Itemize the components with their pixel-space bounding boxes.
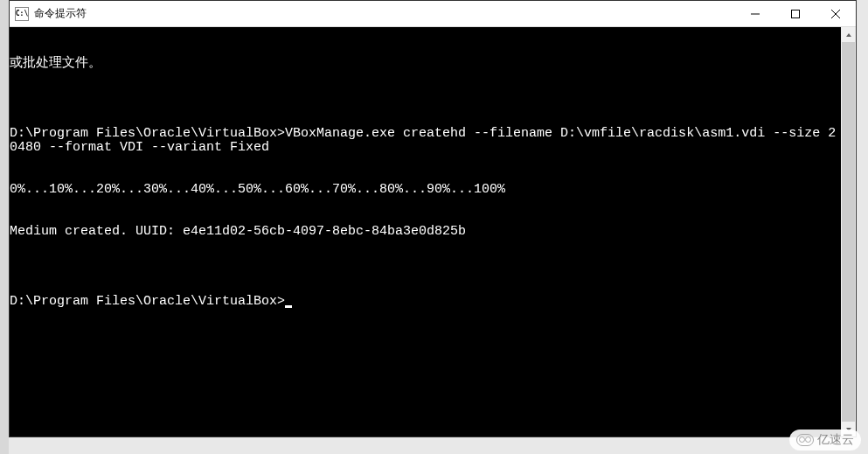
chevron-up-icon	[845, 31, 852, 38]
output-line: D:\Program Files\Oracle\VirtualBox>VBoxM…	[10, 127, 841, 155]
window-title: 命令提示符	[34, 6, 87, 21]
watermark-logo-icon	[796, 434, 814, 446]
prompt-line: D:\Program Files\Oracle\VirtualBox>	[10, 295, 841, 309]
vertical-scrollbar[interactable]	[841, 27, 856, 437]
scrollbar-track[interactable]	[841, 42, 856, 422]
terminal-area[interactable]: 或批处理文件。 D:\Program Files\Oracle\VirtualB…	[10, 27, 856, 437]
close-icon	[831, 10, 840, 18]
app-icon: C:\	[15, 7, 29, 21]
background-strip	[0, 0, 9, 454]
minimize-icon	[751, 10, 760, 18]
window-controls	[735, 1, 856, 26]
command-prompt-window: C:\ 命令提示符 或批处理文件。 D:\Program Files\Oracl…	[9, 0, 857, 437]
output-line: Medium created. UUID: e4e11d02-56cb-4097…	[10, 225, 841, 239]
maximize-button[interactable]	[775, 1, 816, 26]
close-button[interactable]	[816, 1, 856, 26]
watermark: 亿速云	[789, 430, 861, 451]
minimize-button[interactable]	[735, 1, 775, 26]
window-titlebar[interactable]: C:\ 命令提示符	[10, 1, 856, 27]
svg-rect-1	[792, 10, 800, 17]
watermark-text: 亿速云	[817, 432, 854, 448]
cursor	[285, 305, 292, 308]
scroll-up-button[interactable]	[841, 27, 856, 42]
scrollbar-thumb[interactable]	[842, 42, 855, 422]
prompt-text: D:\Program Files\Oracle\VirtualBox>	[10, 294, 285, 309]
terminal-output: 或批处理文件。 D:\Program Files\Oracle\VirtualB…	[10, 27, 841, 437]
output-line: 0%...10%...20%...30%...40%...50%...60%..…	[10, 183, 841, 197]
maximize-icon	[791, 10, 800, 18]
svg-marker-4	[846, 33, 851, 37]
titlebar-left: C:\ 命令提示符	[10, 6, 87, 21]
output-line: 或批处理文件。	[10, 57, 841, 71]
